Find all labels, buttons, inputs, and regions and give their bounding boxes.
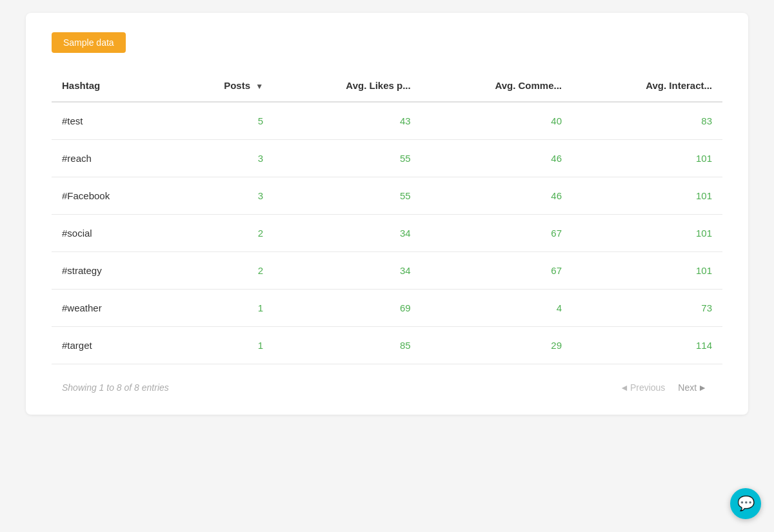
cell-avg-likes: 55 — [273, 140, 421, 177]
cell-avg-interactions: 101 — [572, 252, 722, 290]
table-row: #weather 1 69 4 73 — [52, 290, 722, 327]
table-header-row: Hashtag Posts ▼ Avg. Likes p... Avg. Com… — [52, 72, 722, 102]
cell-avg-likes: 69 — [273, 290, 421, 327]
chat-bubble-button[interactable]: 💬 — [730, 488, 761, 519]
cell-posts: 2 — [170, 252, 274, 290]
sample-data-badge: Sample data — [52, 32, 126, 53]
cell-posts: 2 — [170, 215, 274, 252]
table-row: #test 5 43 40 83 — [52, 102, 722, 140]
cell-avg-interactions: 83 — [572, 102, 722, 140]
main-container: Sample data Hashtag Posts ▼ Avg. Likes p… — [26, 13, 748, 415]
cell-posts: 3 — [170, 140, 274, 177]
col-header-avg-likes: Avg. Likes p... — [273, 72, 421, 102]
cell-avg-likes: 43 — [273, 102, 421, 140]
cell-avg-interactions: 114 — [572, 327, 722, 364]
pagination-controls: ◄ Previous Next ► — [615, 380, 712, 395]
cell-avg-interactions: 101 — [572, 177, 722, 215]
table-row: #Facebook 3 55 46 101 — [52, 177, 722, 215]
cell-hashtag: #target — [52, 327, 170, 364]
cell-avg-comments: 29 — [421, 327, 572, 364]
chevron-right-icon: ► — [698, 382, 707, 393]
cell-avg-interactions: 101 — [572, 215, 722, 252]
cell-avg-likes: 85 — [273, 327, 421, 364]
cell-avg-likes: 34 — [273, 215, 421, 252]
chevron-left-icon: ◄ — [620, 382, 629, 393]
col-header-avg-comments: Avg. Comme... — [421, 72, 572, 102]
table-row: #strategy 2 34 67 101 — [52, 252, 722, 290]
cell-avg-interactions: 73 — [572, 290, 722, 327]
col-header-avg-interactions: Avg. Interact... — [572, 72, 722, 102]
next-button[interactable]: Next ► — [673, 380, 712, 395]
pagination-row: Showing 1 to 8 of 8 entries ◄ Previous N… — [52, 380, 722, 395]
col-header-hashtag: Hashtag — [52, 72, 170, 102]
cell-avg-likes: 34 — [273, 252, 421, 290]
sort-arrow-posts: ▼ — [255, 82, 263, 91]
table-row: #reach 3 55 46 101 — [52, 140, 722, 177]
cell-avg-likes: 55 — [273, 177, 421, 215]
cell-posts: 3 — [170, 177, 274, 215]
cell-hashtag: #test — [52, 102, 170, 140]
cell-avg-comments: 46 — [421, 140, 572, 177]
cell-posts: 1 — [170, 290, 274, 327]
showing-text: Showing 1 to 8 of 8 entries — [62, 382, 169, 393]
cell-avg-comments: 4 — [421, 290, 572, 327]
cell-posts: 1 — [170, 327, 274, 364]
cell-hashtag: #weather — [52, 290, 170, 327]
hashtag-table: Hashtag Posts ▼ Avg. Likes p... Avg. Com… — [52, 72, 722, 364]
cell-posts: 5 — [170, 102, 274, 140]
cell-avg-comments: 67 — [421, 252, 572, 290]
cell-hashtag: #strategy — [52, 252, 170, 290]
table-row: #target 1 85 29 114 — [52, 327, 722, 364]
cell-hashtag: #social — [52, 215, 170, 252]
cell-avg-comments: 67 — [421, 215, 572, 252]
cell-hashtag: #Facebook — [52, 177, 170, 215]
cell-avg-comments: 46 — [421, 177, 572, 215]
previous-button[interactable]: ◄ Previous — [615, 380, 670, 395]
cell-avg-interactions: 101 — [572, 140, 722, 177]
cell-hashtag: #reach — [52, 140, 170, 177]
table-row: #social 2 34 67 101 — [52, 215, 722, 252]
cell-avg-comments: 40 — [421, 102, 572, 140]
col-header-posts[interactable]: Posts ▼ — [170, 72, 274, 102]
chat-icon: 💬 — [737, 495, 755, 512]
